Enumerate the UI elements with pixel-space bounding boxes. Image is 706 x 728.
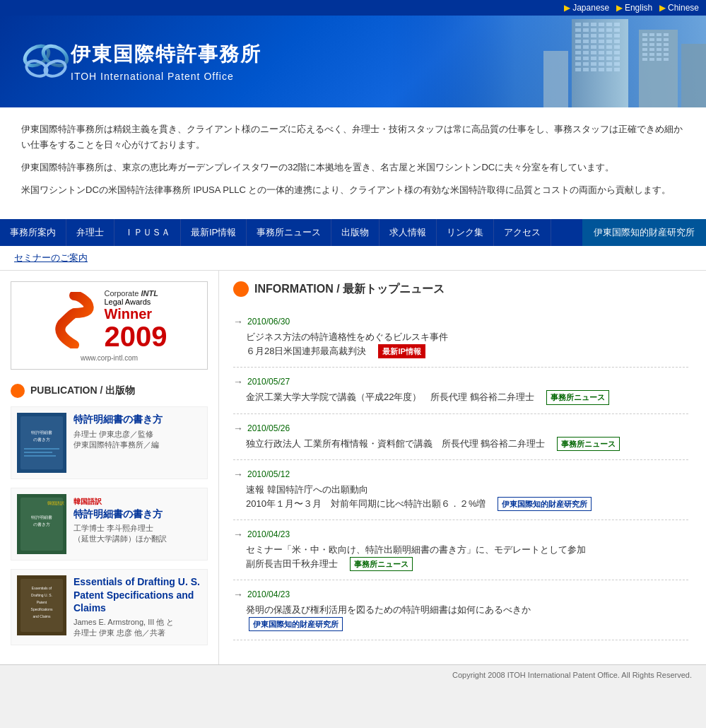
svg-rect-64	[664, 33, 669, 36]
svg-rect-8	[591, 23, 596, 26]
nav-item-latest-ip[interactable]: 最新IP情報	[181, 219, 247, 246]
svg-rect-54	[575, 68, 581, 71]
news-title-6: 発明の保護及び権利活用を図るための特許明細書は如何にあるべきか 伊東国際知的財産…	[233, 603, 688, 631]
pub-item-2[interactable]: 韓国語訳 特許明細書 の書き方 韓国語訳特許明細書の書き方 工学博士 李斗熙弁理…	[11, 488, 208, 560]
svg-rect-61	[642, 33, 647, 36]
nav-item-ipusa[interactable]: ＩＰＵＳＡ	[114, 219, 181, 246]
tag-news-2[interactable]: 事務所ニュース	[546, 390, 609, 405]
tag-research-4[interactable]: 伊東国際知的財産研究所	[498, 497, 592, 512]
publication-icon	[11, 384, 25, 398]
svg-rect-51	[599, 62, 604, 66]
pub-cover-3: Essentials of Drafting U. S. Patent Spec…	[17, 575, 66, 635]
svg-rect-27	[599, 40, 604, 43]
svg-rect-18	[575, 34, 581, 37]
svg-rect-88	[20, 416, 63, 469]
svg-rect-9	[599, 23, 604, 26]
award-box: Corporate INTL Legal Awards Winner 2009 …	[11, 281, 208, 370]
svg-rect-16	[606, 28, 612, 32]
chinese-link[interactable]: Chinese	[659, 3, 699, 13]
svg-rect-6	[575, 23, 581, 26]
svg-rect-36	[575, 51, 581, 54]
nav-item-jobs[interactable]: 求人情報	[380, 219, 437, 246]
svg-rect-7	[583, 23, 589, 26]
pub-info-1: 特許明細書の書き方 弁理士 伊東忠彦／監修伊東国際特許事務所／編	[73, 413, 201, 473]
svg-rect-22	[606, 34, 612, 37]
news-item-4: 2010/05/12 速報 韓国特許庁への出願動向 2010年１月〜３月 対前年…	[233, 460, 688, 520]
svg-text:特許明細書: 特許明細書	[31, 515, 52, 519]
news-title-4: 速報 韓国特許庁への出願動向 2010年１月〜３月 対前年同期に比べ特許出願６．…	[233, 483, 688, 511]
seminar-link-bar: セミナーのご案内	[0, 246, 706, 271]
news-item-3: 2010/05/26 独立行政法人 工業所有権情報・資料館で講義 所長代理 鶴谷…	[233, 414, 688, 461]
svg-rect-77	[642, 53, 647, 56]
nav-item-research[interactable]: 伊東国際知的財産研究所	[582, 219, 706, 246]
svg-rect-45	[599, 57, 604, 60]
svg-rect-43	[583, 57, 589, 60]
navbar: 事務所案内 弁理士 ＩＰＵＳＡ 最新IP情報 事務所ニュース 出版物 求人情報 …	[0, 219, 706, 246]
svg-rect-85	[543, 51, 568, 107]
japanese-link[interactable]: Japanese	[564, 3, 609, 13]
news-date-6: 2010/04/23	[233, 589, 688, 600]
nav-item-publications[interactable]: 出版物	[331, 219, 380, 246]
svg-rect-56	[591, 68, 596, 71]
nav-item-office-news[interactable]: 事務所ニュース	[247, 219, 331, 246]
svg-rect-20	[591, 34, 596, 37]
desc-para3: 米国ワシントンDCの米国特許法律事務所 IPUSA PLLC との一体的連携によ…	[21, 182, 685, 198]
nav-item-access[interactable]: アクセス	[494, 219, 551, 246]
svg-rect-63	[657, 33, 661, 36]
news-date-5: 2010/04/23	[233, 529, 688, 540]
svg-rect-24	[575, 40, 581, 43]
info-title: INFORMATION / 最新トップニュース	[254, 282, 445, 297]
nav-item-office[interactable]: 事務所案内	[0, 219, 66, 246]
footer-text: Copyright 2008 ITOH International Patent…	[452, 671, 692, 679]
nav-item-links[interactable]: リンク集	[437, 219, 494, 246]
svg-rect-33	[599, 45, 604, 49]
sidebar: Corporate INTL Legal Awards Winner 2009 …	[0, 271, 219, 664]
svg-rect-75	[657, 48, 661, 51]
award-text: Corporate INTL Legal Awards Winner 2009	[105, 289, 167, 351]
svg-rect-23	[614, 34, 620, 37]
tag-news-3[interactable]: 事務所ニュース	[557, 437, 620, 452]
svg-rect-37	[583, 51, 589, 54]
tag-news-5[interactable]: 事務所ニュース	[350, 557, 413, 572]
svg-rect-68	[664, 38, 669, 41]
svg-rect-58	[606, 68, 612, 71]
tag-research-6[interactable]: 伊東国際知的財産研究所	[249, 617, 343, 632]
svg-text:Specifications: Specifications	[31, 607, 53, 611]
svg-rect-46	[606, 57, 612, 60]
svg-rect-92	[24, 452, 52, 453]
svg-rect-86	[681, 44, 706, 107]
publication-header: PUBLICATION / 出版物	[11, 384, 208, 398]
svg-rect-26	[591, 40, 596, 43]
pub-title-1: 特許明細書の書き方	[73, 413, 201, 425]
description-text: 伊東国際特許事務所は精鋭主義を貫き、クライアント様のニーズに応えるべく、弁理士・…	[21, 122, 685, 205]
svg-rect-17	[614, 28, 620, 32]
news-date-1: 2010/06/30	[233, 316, 688, 327]
info-header: INFORMATION / 最新トップニュース	[233, 281, 692, 297]
svg-rect-65	[642, 38, 647, 41]
svg-rect-21	[599, 34, 604, 37]
info-icon	[233, 281, 249, 297]
svg-rect-40	[606, 51, 612, 54]
pub-item-3[interactable]: Essentials of Drafting U. S. Patent Spec…	[11, 569, 208, 645]
svg-rect-66	[649, 38, 654, 41]
pub-item-1[interactable]: 特許明細書 の書き方 特許明細書の書き方 弁理士 伊東忠彦／監修伊東国際特許事務…	[11, 406, 208, 479]
tag-ip-1[interactable]: 最新IP情報	[378, 344, 425, 359]
svg-text:の書き方: の書き方	[33, 522, 50, 527]
svg-rect-28	[606, 40, 612, 43]
seminar-link[interactable]: セミナーのご案内	[14, 252, 88, 263]
svg-rect-53	[614, 62, 620, 66]
svg-rect-81	[642, 58, 647, 61]
pub-cover-2: 韓国語訳 特許明細書 の書き方	[17, 494, 66, 554]
svg-rect-50	[591, 62, 596, 66]
nav-item-attorney[interactable]: 弁理士	[66, 219, 114, 246]
english-link[interactable]: English	[616, 3, 653, 13]
svg-rect-76	[664, 48, 669, 51]
news-item-2: 2010/05/27 金沢工業大学大学院で講義（平成22年度） 所長代理 鶴谷裕…	[233, 368, 688, 414]
header-title-jp: 伊東国際特許事務所	[71, 41, 261, 68]
svg-rect-62	[649, 33, 654, 36]
news-scroll[interactable]: 2010/06/30 ビジネス方法の特許適格性をめぐるビルスキ事件 ６月28日米…	[233, 307, 692, 647]
pub-title-2: 韓国語訳特許明細書の書き方	[73, 494, 201, 519]
svg-rect-47	[614, 57, 620, 60]
building-image	[388, 16, 706, 107]
svg-text:Patent: Patent	[37, 600, 47, 604]
